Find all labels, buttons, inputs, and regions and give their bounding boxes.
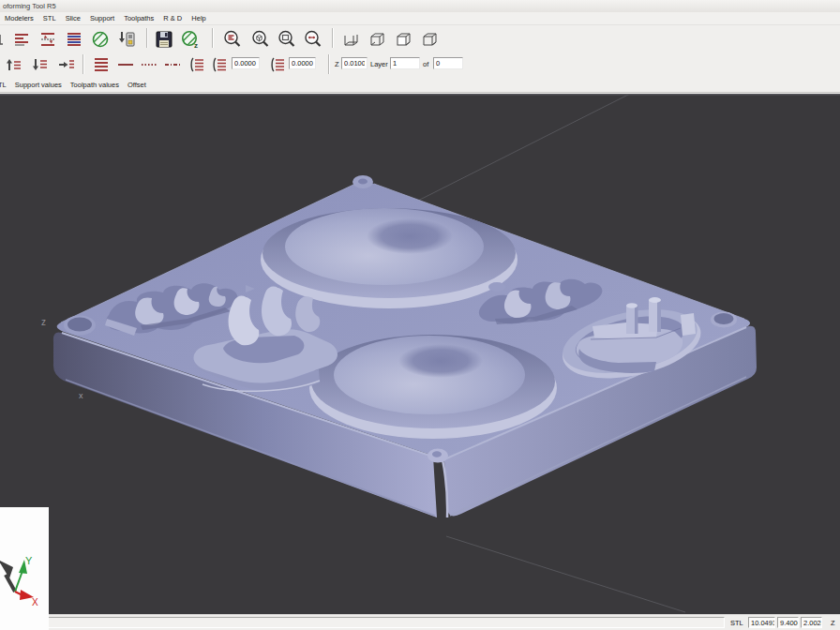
view-box-iso-button[interactable] bbox=[418, 27, 442, 51]
z-step-field[interactable] bbox=[341, 57, 368, 69]
of-label: of bbox=[423, 60, 428, 68]
toolbar-separator bbox=[328, 54, 330, 74]
menu-modelers[interactable]: Modelers bbox=[0, 14, 38, 22]
view-box-bottom-icon bbox=[341, 29, 362, 50]
corner-boss-bottom bbox=[428, 449, 448, 463]
line-dotted-button[interactable] bbox=[137, 53, 161, 75]
view-box-side-button[interactable] bbox=[392, 27, 416, 51]
slice-end-field[interactable] bbox=[289, 57, 316, 69]
save-button[interactable] bbox=[152, 27, 176, 51]
menu-rd[interactable]: R & D bbox=[158, 14, 187, 22]
z-label: Z bbox=[335, 60, 339, 68]
status-message-panel bbox=[2, 617, 725, 628]
tab-toolpath-values[interactable]: Toolpath values bbox=[70, 81, 119, 89]
status-mode-label: STL bbox=[730, 619, 743, 627]
z-axis-arrow bbox=[6, 575, 15, 592]
layer-up-button[interactable] bbox=[2, 53, 26, 75]
corner-hole-right bbox=[711, 312, 737, 328]
menu-support[interactable]: Support bbox=[85, 14, 119, 22]
status-bar: STL 10.0493 9.4006 2.0024 Z bbox=[0, 614, 840, 630]
cropped-toolbar-button[interactable] bbox=[0, 27, 6, 51]
lines-thick-button[interactable] bbox=[89, 53, 113, 75]
dome-cavity-lower bbox=[309, 335, 557, 439]
slice-lines-button[interactable] bbox=[9, 27, 34, 51]
bracket-lines-icon bbox=[187, 54, 207, 75]
slice-start-button[interactable] bbox=[207, 53, 232, 75]
dome-cavity-upper bbox=[261, 208, 518, 308]
line-dotted-icon bbox=[139, 54, 159, 75]
zoom-window-button[interactable] bbox=[275, 27, 299, 51]
slice-end-button[interactable] bbox=[265, 53, 290, 75]
menu-slice[interactable]: Slice bbox=[61, 14, 85, 22]
slice-start-field[interactable] bbox=[232, 57, 260, 69]
svg-text:z: z bbox=[194, 41, 198, 50]
hatch-circle-z-button[interactable]: z bbox=[178, 27, 202, 51]
axis-triad: Y X bbox=[0, 507, 49, 630]
zoom-cube-icon bbox=[250, 29, 271, 50]
zoom-slices-button[interactable] bbox=[220, 27, 245, 51]
view-box-top-icon bbox=[368, 29, 388, 50]
build-machine-icon bbox=[116, 29, 137, 50]
slice-stack-button[interactable] bbox=[62, 27, 86, 51]
layer-up-icon bbox=[4, 54, 24, 75]
build-machine-button[interactable] bbox=[114, 27, 139, 51]
window-titlebar[interactable]: oforming Tool R5 bbox=[0, 0, 840, 12]
toolbar-separator bbox=[332, 28, 334, 48]
slice-compress-button[interactable] bbox=[36, 27, 60, 51]
menu-stl[interactable]: STL bbox=[38, 14, 61, 22]
toolbar-main: z bbox=[0, 25, 840, 52]
status-z-label: Z bbox=[831, 619, 835, 627]
layer-goto-button[interactable] bbox=[54, 53, 79, 75]
slice-lines-icon bbox=[11, 29, 32, 50]
slice-stack-icon bbox=[64, 29, 84, 50]
status-coord-y: 9.4006 bbox=[777, 617, 799, 628]
toolbar-separator bbox=[82, 54, 84, 74]
corner-boss-top bbox=[352, 175, 373, 188]
model-render: z x bbox=[0, 94, 840, 614]
slice-start-icon bbox=[209, 54, 230, 75]
layer-goto-icon bbox=[56, 54, 77, 75]
y-axis-label: Y bbox=[25, 555, 33, 566]
zoom-slices-icon bbox=[222, 29, 243, 50]
layer-total-field[interactable] bbox=[433, 57, 463, 69]
zoom-extents-icon bbox=[303, 29, 323, 50]
hatch-circle-z-icon: z bbox=[180, 29, 201, 50]
line-solid-icon bbox=[115, 54, 136, 75]
menu-bar: Modelers STL Slice Support Toolpaths R &… bbox=[0, 12, 840, 25]
layer-number-field[interactable] bbox=[390, 57, 420, 69]
menu-help[interactable]: Help bbox=[187, 14, 210, 22]
view-box-iso-icon bbox=[420, 29, 441, 50]
line-dashdot-button[interactable] bbox=[160, 53, 185, 75]
view-box-side-icon bbox=[394, 29, 414, 50]
zoom-window-icon bbox=[277, 29, 297, 50]
line-dashdot-icon bbox=[162, 54, 183, 75]
tab-support-values[interactable]: Support values bbox=[15, 81, 62, 89]
hatch-circle-icon bbox=[90, 29, 111, 50]
hatch-circle-button[interactable] bbox=[88, 27, 112, 51]
line-solid-button[interactable] bbox=[113, 53, 138, 75]
value-tabs: STL Support values Toolpath values Offse… bbox=[0, 77, 840, 93]
layer-down-button[interactable] bbox=[28, 53, 52, 75]
window-title: oforming Tool R5 bbox=[3, 2, 56, 10]
axis-indicator-panel: Y X bbox=[0, 507, 49, 630]
zoom-cube-button[interactable] bbox=[248, 27, 273, 51]
view-box-bottom-button[interactable] bbox=[339, 27, 364, 51]
menu-toolpaths[interactable]: Toolpaths bbox=[119, 14, 158, 22]
view-box-top-button[interactable] bbox=[366, 27, 390, 51]
zoom-extents-button[interactable] bbox=[301, 27, 325, 51]
cropped-icon bbox=[0, 29, 4, 50]
viewport-3d[interactable]: z x bbox=[0, 94, 840, 614]
toolbar-separator bbox=[146, 28, 148, 48]
save-icon bbox=[154, 29, 174, 50]
wire-z-label: z bbox=[41, 317, 46, 327]
tab-stl[interactable]: STL bbox=[0, 81, 7, 89]
toolbar-separator bbox=[212, 28, 214, 48]
layer-down-icon bbox=[30, 54, 51, 75]
toolbar-layers: Z Layer of bbox=[0, 52, 840, 77]
status-coord-z: 2.0024 bbox=[801, 617, 822, 628]
wire-x-label: x bbox=[79, 391, 83, 400]
tab-offset[interactable]: Offset bbox=[128, 81, 146, 89]
layer-label: Layer bbox=[370, 60, 388, 68]
bracket-lines-button[interactable] bbox=[185, 53, 209, 75]
status-coord-x: 10.0493 bbox=[748, 617, 775, 628]
